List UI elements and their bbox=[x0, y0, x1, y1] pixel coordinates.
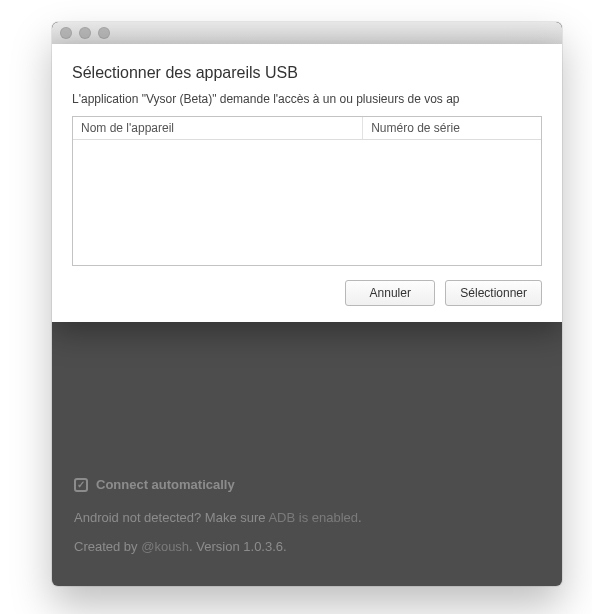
adb-hint-suffix: . bbox=[358, 510, 362, 525]
version-prefix: . Version bbox=[189, 539, 243, 554]
select-button[interactable]: Sélectionner bbox=[445, 280, 542, 306]
modal-overlay: Sélectionner des appareils USB L'applica… bbox=[52, 44, 562, 322]
app-window: ✓ Connect automatically Android not dete… bbox=[52, 22, 562, 586]
version-number: 1.0.3.6 bbox=[243, 539, 283, 554]
credits-line: Created by @koush. Version 1.0.3.6. bbox=[74, 539, 540, 554]
column-serial-number[interactable]: Numéro de série bbox=[363, 117, 541, 139]
connect-auto-row[interactable]: ✓ Connect automatically bbox=[74, 477, 540, 492]
adb-enabled-link[interactable]: ADB is enabled bbox=[268, 510, 358, 525]
minimize-icon[interactable] bbox=[79, 27, 91, 39]
adb-hint-line: Android not detected? Make sure ADB is e… bbox=[74, 510, 540, 525]
dialog-subtitle: L'application "Vysor (Beta)" demande l'a… bbox=[72, 92, 542, 106]
dialog-buttons: Annuler Sélectionner bbox=[72, 280, 542, 306]
background-panel: ✓ Connect automatically Android not dete… bbox=[52, 459, 562, 586]
dialog-title: Sélectionner des appareils USB bbox=[72, 64, 542, 82]
zoom-icon[interactable] bbox=[98, 27, 110, 39]
device-table-header: Nom de l'appareil Numéro de série bbox=[73, 117, 541, 140]
checkbox-checked-icon[interactable]: ✓ bbox=[74, 478, 88, 492]
column-device-name[interactable]: Nom de l'appareil bbox=[73, 117, 363, 139]
author-link[interactable]: @koush bbox=[141, 539, 189, 554]
titlebar bbox=[52, 22, 562, 44]
close-icon[interactable] bbox=[60, 27, 72, 39]
version-suffix: . bbox=[283, 539, 287, 554]
device-table[interactable]: Nom de l'appareil Numéro de série bbox=[72, 116, 542, 266]
device-table-body[interactable] bbox=[73, 140, 541, 265]
connect-auto-label: Connect automatically bbox=[96, 477, 235, 492]
cancel-button[interactable]: Annuler bbox=[345, 280, 435, 306]
usb-device-dialog: Sélectionner des appareils USB L'applica… bbox=[52, 44, 562, 322]
adb-hint-prefix: Android not detected? Make sure bbox=[74, 510, 268, 525]
created-by-prefix: Created by bbox=[74, 539, 141, 554]
